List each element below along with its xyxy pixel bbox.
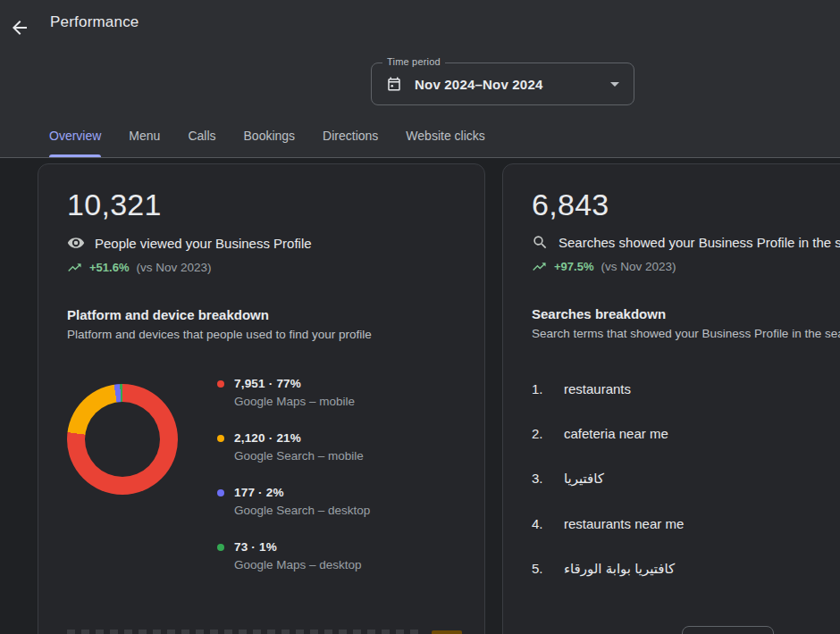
performance-screen: Performance Time period Nov 2024–Nov 202…: [0, 0, 840, 634]
term-rank: 1.: [532, 381, 550, 396]
tab-label: Overview: [49, 129, 101, 143]
search-term-row: 4. restaurants near me: [532, 516, 840, 531]
legend-item-maps-desktop: 73 · 1% Google Maps – desktop: [217, 540, 370, 571]
legend-dot-blue: [217, 489, 224, 496]
legend-dot-red: [217, 380, 224, 388]
overview-content: 10,321 People viewed your Business Profi…: [0, 158, 840, 634]
views-delta-context: (vs Nov 2023): [136, 261, 211, 274]
searches-section-subtitle: Search terms that showed your Business P…: [532, 327, 840, 340]
term-rank: 2.: [532, 426, 550, 441]
tab-bookings[interactable]: Bookings: [244, 118, 296, 157]
tab-website-clicks[interactable]: Website clicks: [406, 118, 484, 157]
searches-delta: +97.5%: [554, 260, 593, 273]
legend-label: Google Search – desktop: [234, 504, 370, 517]
tab-label: Directions: [323, 129, 378, 143]
arrow-left-icon: [9, 17, 30, 38]
legend-label: Google Maps – mobile: [234, 395, 370, 408]
searches-delta-context: (vs Nov 2023): [601, 260, 676, 273]
legend-label: Google Maps – desktop: [234, 558, 370, 571]
tab-label: Website clicks: [406, 129, 484, 143]
breakdown-section-title: Platform and device breakdown: [67, 307, 456, 322]
page-title: Performance: [50, 13, 139, 31]
views-card: 10,321 People viewed your Business Profi…: [38, 163, 485, 634]
tab-overview[interactable]: Overview: [49, 118, 101, 157]
tab-directions[interactable]: Directions: [323, 118, 378, 157]
search-term-row: 2. cafeteria near me: [532, 426, 840, 441]
calendar-icon: [386, 76, 402, 92]
views-delta: +51.6%: [89, 261, 129, 274]
legend-value: 7,951 · 77%: [234, 377, 301, 390]
search-terms-list: 1. restaurants 2. cafeteria near me 3. ك…: [532, 381, 840, 577]
legend-item-maps-mobile: 7,951 · 77% Google Maps – mobile: [217, 377, 370, 408]
tab-label: Calls: [188, 129, 215, 143]
legend-dot-orange: [217, 435, 224, 442]
cutoff-content-artifact: [67, 630, 424, 634]
tab-bar: Overview Menu Calls Bookings Directions …: [49, 118, 485, 157]
active-tab-indicator: [49, 154, 101, 157]
time-period-field-label: Time period: [382, 56, 445, 67]
term-text: كافتيريا بوابة الورقاء: [564, 561, 675, 577]
term-text: cafeteria near me: [564, 426, 668, 441]
trending-up-icon: [67, 260, 82, 275]
searches-section-title: Searches breakdown: [532, 306, 840, 321]
legend-value: 73 · 1%: [234, 540, 277, 554]
tab-label: Menu: [129, 129, 160, 143]
legend-label: Google Search – mobile: [234, 449, 370, 463]
legend-dot-green: [217, 544, 224, 551]
views-metric-label: People viewed your Business Profile: [95, 236, 312, 251]
time-period-value: Nov 2024–Nov 2024: [415, 77, 543, 92]
legend-item-search-desktop: 177 · 2% Google Search – desktop: [217, 486, 370, 517]
term-text: كافتيريا: [564, 471, 604, 487]
dropdown-caret-icon: [610, 82, 619, 87]
term-rank: 5.: [532, 561, 550, 577]
see-more-button-partial[interactable]: [682, 626, 774, 634]
back-button[interactable]: [9, 12, 41, 44]
term-rank: 3.: [532, 471, 550, 487]
search-term-row: 5. كافتيريا بوابة الورقاء: [532, 561, 840, 577]
eye-icon: [67, 234, 85, 252]
tab-calls[interactable]: Calls: [188, 118, 215, 157]
term-text: restaurants: [564, 381, 631, 396]
views-metric: 10,321: [67, 188, 456, 222]
search-term-row: 3. كافتيريا: [532, 471, 840, 487]
tab-menu[interactable]: Menu: [129, 118, 160, 157]
cutoff-orange-artifact: [432, 630, 462, 634]
search-icon: [532, 234, 549, 251]
searches-metric-label: Searches showed your Business Profile in…: [559, 235, 840, 250]
app-header: Performance Time period Nov 2024–Nov 202…: [0, 0, 840, 158]
legend-item-search-mobile: 2,120 · 21% Google Search – mobile: [217, 431, 370, 463]
term-rank: 4.: [532, 516, 550, 531]
donut-legend: 7,951 · 77% Google Maps – mobile 2,120 ·…: [217, 377, 370, 595]
trending-up-icon: [532, 259, 547, 274]
searches-metric: 6,843: [532, 188, 840, 222]
term-text: restaurants near me: [564, 516, 684, 531]
legend-value: 2,120 · 21%: [234, 431, 301, 445]
searches-card: 6,843 Searches showed your Business Prof…: [502, 163, 840, 634]
donut-chart: [67, 384, 178, 495]
legend-value: 177 · 2%: [234, 486, 284, 499]
time-period-select[interactable]: Time period Nov 2024–Nov 2024: [371, 63, 634, 105]
tab-label: Bookings: [244, 129, 296, 143]
search-term-row: 1. restaurants: [532, 381, 840, 396]
breakdown-section-subtitle: Platform and devices that people used to…: [67, 328, 456, 341]
